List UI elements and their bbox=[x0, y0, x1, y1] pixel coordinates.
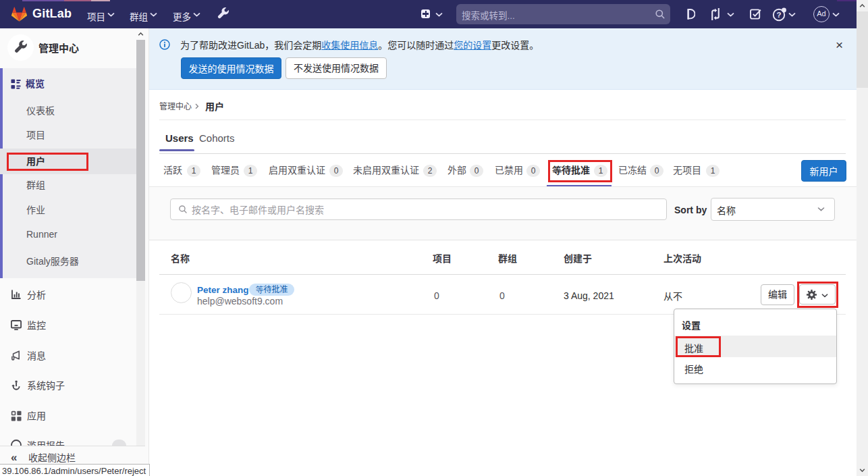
svg-text:?: ? bbox=[776, 11, 781, 19]
